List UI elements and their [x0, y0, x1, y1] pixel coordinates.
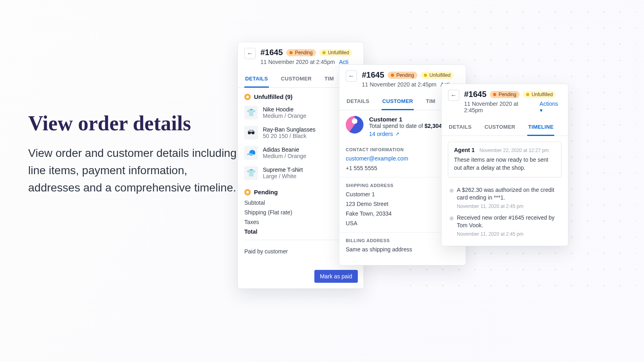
- status-badge-pending: Pending: [388, 72, 417, 79]
- taxes-label: Taxes: [244, 219, 259, 225]
- tab-customer[interactable]: CUSTOMER: [484, 120, 516, 136]
- order-id: #1645: [464, 90, 487, 99]
- tab-timeline[interactable]: TIMELINE: [527, 120, 554, 136]
- order-timestamp: 11 November 2020 at 2:45pm: [464, 101, 536, 113]
- chevron-down-icon: ▾: [540, 107, 543, 113]
- status-badge-unfulfilled: Unfulfilled: [319, 49, 353, 56]
- order-timestamp: 11 November 2020 at 2:45pm: [260, 59, 335, 65]
- back-button[interactable]: ←: [244, 48, 256, 59]
- timeline-time: November 11, 2020 at 2:45 pm: [457, 204, 561, 209]
- product-name: Supreme T-shirt: [263, 167, 349, 173]
- pending-icon: [244, 189, 251, 195]
- timeline-text: A $262.30 was authorized on the credit c…: [457, 186, 561, 202]
- note-author: Agent 1: [454, 147, 475, 153]
- status-badge-pending: Pending: [286, 49, 316, 56]
- status-badge-unfulfilled: Unfulfilled: [421, 72, 454, 79]
- status-badge-unfulfilled: Unfulfilled: [523, 91, 556, 98]
- tab-timeline[interactable]: TIM: [425, 94, 436, 110]
- note-time: November 22, 2020 at 12:27 pm: [479, 148, 549, 153]
- product-thumb: 👕: [244, 166, 258, 180]
- product-thumb: 👕: [244, 106, 258, 119]
- tab-details[interactable]: DETAILS: [346, 94, 370, 110]
- product-thumb: 🧢: [244, 146, 258, 160]
- subtotal-label: Subtotal: [244, 200, 265, 206]
- product-name: Nike Hoodie: [263, 106, 349, 113]
- timeline-note: Agent 1November 22, 2020 at 12:27 pm The…: [448, 142, 561, 177]
- note-body: These items are now ready to be sent out…: [454, 156, 555, 172]
- back-button[interactable]: ←: [346, 70, 357, 82]
- product-variant: Medium / Orange: [263, 153, 349, 159]
- order-id: #1645: [260, 48, 283, 57]
- customer-name: Customer 1: [369, 116, 446, 123]
- order-timestamp: 11 November 2020 at 2:45pm: [362, 81, 436, 88]
- total-label: Total: [244, 228, 257, 235]
- order-timeline-card: ← #1645 Pending Unfulfilled 11 November …: [441, 84, 568, 246]
- shipping-label: Shipping (Flat rate): [244, 209, 292, 216]
- tab-details[interactable]: DETAILS: [244, 72, 269, 88]
- customer-spend: Total spend to date of $2,304.0: [369, 123, 446, 129]
- page-heading: View order details: [28, 113, 237, 135]
- product-name: Ray-Ban Sunglasses: [263, 126, 349, 133]
- customer-orders-link[interactable]: 14 orders: [369, 131, 399, 137]
- status-badge-pending: Pending: [490, 91, 520, 98]
- product-variant: 50 20 150 / Black: [263, 133, 349, 139]
- timeline-event: A $262.30 was authorized on the credit c…: [442, 183, 568, 211]
- actions-menu[interactable]: Actions ▾: [540, 101, 561, 113]
- product-name: Adidas Beanie: [263, 146, 349, 153]
- product-variant: Medium / Orange: [263, 113, 349, 119]
- pending-header: Pending: [254, 189, 278, 195]
- page-subheading: View order and customer details includin…: [28, 144, 237, 197]
- timeline-event: Received new order #1645 received by Tom…: [442, 211, 568, 239]
- mark-as-paid-button[interactable]: Mark as paid: [314, 270, 358, 283]
- unfulfilled-header: Unfulfilled (9): [254, 93, 293, 100]
- customer-avatar: [346, 116, 363, 134]
- product-thumb: 🕶: [244, 126, 258, 140]
- tab-customer[interactable]: CUSTOMER: [280, 72, 313, 87]
- tab-customer[interactable]: CUSTOMER: [382, 94, 414, 110]
- timeline-text: Received new order #1645 received by Tom…: [457, 214, 561, 230]
- unfulfilled-icon: [244, 94, 251, 100]
- tab-details[interactable]: DETAILS: [448, 120, 473, 136]
- product-variant: Large / White: [263, 173, 349, 179]
- tab-timeline[interactable]: TIM: [324, 72, 334, 87]
- back-button[interactable]: ←: [448, 90, 459, 101]
- order-id: #1645: [362, 70, 384, 80]
- timeline-time: November 11, 2020 at 2:45 pm: [457, 231, 561, 237]
